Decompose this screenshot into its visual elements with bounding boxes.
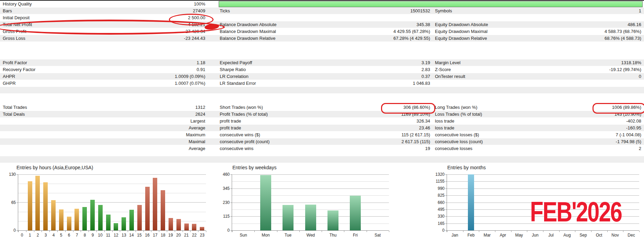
bar-23 <box>200 227 204 230</box>
bar-Wed <box>305 205 316 230</box>
x-tick-mark <box>559 231 560 232</box>
bar-2 <box>35 176 40 230</box>
stat-label: Gross Loss <box>3 35 119 42</box>
stat-value: 345.38 <box>343 21 430 28</box>
bar-21 <box>184 223 189 230</box>
bar-14 <box>129 210 134 230</box>
x-tick-mark <box>447 231 447 232</box>
table-row: History Quality100% <box>0 1 644 7</box>
stat-label: Z-Score <box>435 66 552 73</box>
x-tick-mark <box>232 231 232 232</box>
stat-value: 1.0007 (0.07%) <box>119 80 205 87</box>
stat-value: 7 (-1 004.08) <box>554 131 641 138</box>
x-axis-label: Mar <box>480 233 495 238</box>
x-tick-mark <box>479 231 479 232</box>
y-axis-label: 65 <box>0 200 16 205</box>
x-tick-mark <box>198 231 198 232</box>
stat-label: profit trade <box>220 118 343 124</box>
bar-8 <box>82 207 87 230</box>
x-tick-mark <box>104 231 105 232</box>
bar-7 <box>74 209 79 230</box>
long-trades-circle-annotation <box>593 103 644 114</box>
stat-value: -19.12 (99.74%) <box>554 66 641 73</box>
x-tick-mark <box>167 231 167 232</box>
stat-label: Total Deals <box>3 111 119 117</box>
bar-13 <box>122 217 126 230</box>
y-axis-label: 230 <box>212 200 230 205</box>
stat-label: Ticks <box>220 8 343 14</box>
x-axis-label: 1 <box>22 233 37 238</box>
x-tick-mark <box>96 231 97 232</box>
x-axis-label: 10 <box>93 233 108 238</box>
stat-label: consecutive losses ($) <box>435 131 552 138</box>
x-tick-mark <box>112 231 113 232</box>
total-net-profit-circle-annotation <box>0 20 225 35</box>
x-axis-label: 0 <box>14 233 30 238</box>
y-axis-label: 0 <box>427 228 445 233</box>
watermark-feb2026: FEB'2026 <box>530 198 622 226</box>
x-tick-mark <box>623 231 623 232</box>
stat-label: Sharpe Ratio <box>220 66 343 73</box>
stat-label: Equity Drawdown Maximal <box>435 28 552 35</box>
stat-value: 0.37 <box>343 73 430 80</box>
x-axis-label: Nov <box>608 233 623 238</box>
x-tick-mark <box>151 231 151 232</box>
stat-label: Profit Trades (% of total) <box>220 111 343 117</box>
x-tick-mark <box>65 231 66 232</box>
y-axis-label: 165 <box>427 221 445 226</box>
x-tick-mark <box>277 231 277 232</box>
y-tick-mark <box>230 174 232 175</box>
x-tick-mark <box>591 231 591 232</box>
x-axis-label: Tue <box>280 233 296 238</box>
stat-value: -23 244.43 <box>119 35 205 42</box>
stat-label: Symbols <box>435 8 552 14</box>
x-tick-mark <box>57 231 58 232</box>
stat-value: 0 <box>554 73 641 80</box>
gridline <box>447 181 639 182</box>
x-axis-label: 21 <box>179 233 194 238</box>
stat-value: 1312 <box>119 104 205 111</box>
table-row: Total Trades1312Short Trades (won %)306 … <box>0 104 644 111</box>
x-tick-mark <box>34 231 34 232</box>
bar-12 <box>114 223 118 230</box>
x-axis-label: 22 <box>187 233 202 238</box>
stat-label: Balance Drawdown Relative <box>220 35 343 42</box>
gridline <box>232 188 389 189</box>
stat-value: 100% <box>119 1 205 7</box>
y-tick-mark <box>445 195 447 196</box>
stat-value: Maximum <box>119 131 205 138</box>
table-row: GHPR1.0007 (0.07%)LR Standard Error1 046… <box>0 80 644 87</box>
x-axis-label: Jul <box>543 233 559 238</box>
y-tick-mark <box>445 188 447 189</box>
stat-value: 1 046.83 <box>343 80 430 87</box>
stat-label: Short Trades (won %) <box>220 104 343 111</box>
stat-value: 27409 <box>119 8 205 14</box>
x-axis-label: Apr <box>495 233 510 238</box>
x-tick-mark <box>143 231 144 232</box>
bar-18 <box>161 190 165 230</box>
y-tick-mark <box>16 203 18 203</box>
gridline <box>232 181 389 182</box>
stat-value: 15001532 <box>343 8 430 14</box>
x-tick-mark <box>463 231 463 232</box>
bar-6 <box>67 217 71 230</box>
y-tick-mark <box>445 209 447 210</box>
x-axis-label: 18 <box>156 233 171 238</box>
stat-label: consecutive loss (count) <box>435 138 552 145</box>
x-tick-mark <box>206 231 206 232</box>
table-row: Largestprofit trade326.34loss trade-402.… <box>0 118 644 124</box>
stat-label: LR Standard Error <box>220 80 343 87</box>
x-axis-label: 5 <box>54 233 69 238</box>
stat-value: Average <box>119 125 205 131</box>
y-tick-mark <box>445 216 447 217</box>
x-axis <box>18 230 206 231</box>
stat-value: 1 <box>554 8 641 14</box>
gridline <box>18 184 206 184</box>
stat-label: loss trade <box>435 118 552 124</box>
separator-band <box>0 87 644 93</box>
x-axis-label: 19 <box>163 233 178 238</box>
gridline <box>18 193 206 193</box>
stat-label: consecutive wins ($) <box>220 131 343 138</box>
y-axis-label: 460 <box>212 172 230 177</box>
stat-value: 68.76% (4 588.73) <box>554 35 641 42</box>
